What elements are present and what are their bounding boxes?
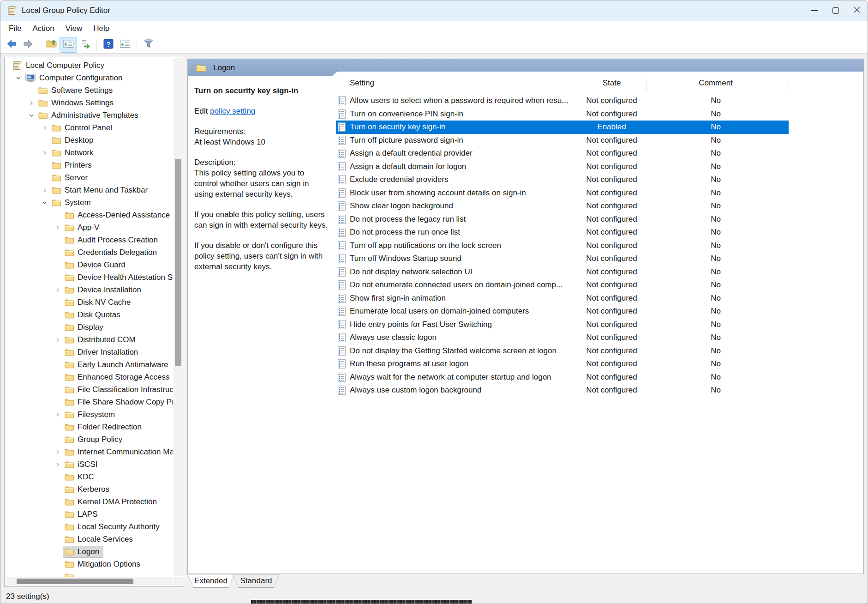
chevron-down-icon[interactable] (26, 113, 37, 118)
chevron-right-icon[interactable] (39, 188, 50, 193)
close-button[interactable] (846, 0, 868, 21)
setting-row-run-these-programs-at-user-logon[interactable]: Run these programs at user logonNot conf… (336, 357, 789, 371)
column-header-setting[interactable]: Setting (336, 79, 577, 88)
tree-item-server[interactable]: Server (5, 171, 173, 184)
tree-vertical-scrollbar-thumb[interactable] (175, 159, 181, 366)
tree-item-filesystem[interactable]: Filesystem (5, 408, 173, 421)
tree-item-printers[interactable]: Printers (5, 159, 173, 171)
tree-horizontal-scrollbar-thumb[interactable] (17, 579, 133, 584)
export-list-button[interactable] (77, 37, 93, 52)
tree-item-device-guard[interactable]: Device Guard (5, 259, 173, 271)
setting-row-hide-entry-points-for-fast-user-switchin[interactable]: Hide entry points for Fast User Switchin… (336, 318, 789, 332)
maximize-button[interactable] (825, 0, 846, 21)
chevron-right-icon[interactable] (39, 151, 50, 155)
tree-item-logon[interactable]: Logon (5, 545, 173, 558)
tree-item-windows-settings[interactable]: Windows Settings (5, 97, 173, 109)
tree-item-desktop[interactable]: Desktop (5, 134, 173, 146)
setting-row-always-use-classic-logon[interactable]: Always use classic logonNot configuredNo (336, 331, 789, 344)
tree-item-early-launch-antimalware[interactable]: Early Launch Antimalware (5, 358, 173, 371)
console-tree-button[interactable] (60, 37, 77, 52)
column-header-comment[interactable]: Comment (647, 79, 785, 88)
tree-item-network[interactable]: Network (5, 146, 173, 159)
tree-item-folder-redirection[interactable]: Folder Redirection (5, 421, 173, 433)
tree-item-mitigation-options[interactable]: Mitigation Options (5, 558, 173, 570)
tree-item-kdc[interactable]: KDC (5, 471, 173, 483)
show-window-button[interactable] (117, 37, 133, 52)
tree-item-file-classification-infrastruct[interactable]: File Classification Infrastruct (5, 383, 173, 396)
tree-item-group-policy[interactable]: Group Policy (5, 433, 173, 446)
setting-row-exclude-credential-providers[interactable]: Exclude credential providersNot configur… (336, 173, 789, 187)
setting-row-do-not-process-the-run-once-list[interactable]: Do not process the run once listNot conf… (336, 226, 789, 239)
menu-view[interactable]: View (60, 21, 88, 36)
setting-row-do-not-display-network-selection-ui[interactable]: Do not display network selection UINot c… (336, 266, 789, 279)
tree-item-access-denied-assistance[interactable]: Access-Denied Assistance (5, 209, 173, 221)
setting-row-turn-on-convenience-pin-sign-in[interactable]: Turn on convenience PIN sign-inNot confi… (336, 108, 789, 121)
tree-item-internet-communication-ma[interactable]: Internet Communication Ma (5, 446, 173, 458)
tree-item-distributed-com[interactable]: Distributed COM (5, 333, 173, 346)
setting-row-enumerate-local-users-on-domain-joined-c[interactable]: Enumerate local users on domain-joined c… (336, 305, 789, 318)
tree-item-locale-services[interactable]: Locale Services (5, 533, 173, 545)
tab-extended[interactable]: Extended (187, 574, 234, 588)
tree-item-driver-installation[interactable]: Driver Installation (5, 346, 173, 358)
tree-horizontal-scrollbar[interactable] (6, 577, 173, 586)
tree-item-administrative-templates[interactable]: Administrative Templates (5, 109, 173, 121)
menu-file[interactable]: File (3, 21, 27, 36)
tree-item-control-panel[interactable]: Control Panel (5, 121, 173, 134)
setting-row-turn-off-app-notifications-on-the-lock-s[interactable]: Turn off app notifications on the lock s… (336, 239, 789, 253)
help-button[interactable]: ? (100, 37, 117, 52)
tree-item-enhanced-storage-access[interactable]: Enhanced Storage Access (5, 371, 173, 383)
tree-item-device-installation[interactable]: Device Installation (5, 284, 173, 296)
setting-row-allow-users-to-select-when-a-password-is[interactable]: Allow users to select when a password is… (336, 94, 789, 108)
tree-item-display[interactable]: Display (5, 321, 173, 333)
chevron-right-icon[interactable] (39, 126, 50, 130)
chevron-right-icon[interactable] (52, 225, 63, 230)
tree-item-device-health-attestation-se[interactable]: Device Health Attestation Se (5, 271, 173, 284)
forward-button[interactable] (20, 37, 36, 52)
tree-item-app-v[interactable]: App-V (5, 221, 173, 234)
setting-row-do-not-enumerate-connected-users-on-doma[interactable]: Do not enumerate connected users on doma… (336, 278, 789, 292)
column-divider[interactable] (577, 79, 577, 92)
chevron-down-icon[interactable] (13, 76, 24, 80)
minimize-button[interactable] (804, 0, 825, 21)
menu-action[interactable]: Action (27, 21, 60, 36)
setting-row-show-first-sign-in-animation[interactable]: Show first sign-in animationNot configur… (336, 292, 789, 305)
tree-item-disk-quotas[interactable]: Disk Quotas (5, 308, 173, 321)
chevron-right-icon[interactable] (52, 288, 63, 292)
tab-standard[interactable]: Standard (233, 574, 280, 588)
tree-item-software-settings[interactable]: Software Settings (5, 84, 173, 97)
filter-button[interactable] (140, 37, 157, 52)
column-divider[interactable] (647, 79, 647, 92)
chevron-down-icon[interactable] (39, 200, 50, 205)
setting-row-assign-a-default-domain-for-logon[interactable]: Assign a default domain for logonNot con… (336, 160, 789, 174)
back-button[interactable] (3, 37, 20, 52)
chevron-right-icon[interactable] (52, 412, 63, 417)
tree-item-local-security-authority[interactable]: Local Security Authority (5, 520, 173, 533)
setting-row-turn-off-windows-startup-sound[interactable]: Turn off Windows Startup soundNot config… (336, 252, 789, 266)
setting-row-always-wait-for-the-network-at-computer-[interactable]: Always wait for the network at computer … (336, 371, 789, 384)
setting-row-assign-a-default-credential-provider[interactable]: Assign a default credential providerNot … (336, 147, 789, 160)
tree-item-iscsi[interactable]: iSCSI (5, 458, 173, 471)
column-divider[interactable] (789, 79, 789, 92)
chevron-right-icon[interactable] (52, 462, 63, 467)
setting-row-always-use-custom-logon-background[interactable]: Always use custom logon backgroundNot co… (336, 384, 789, 397)
tree-item-disk-nv-cache[interactable]: Disk NV Cache (5, 296, 173, 308)
tree-item-item[interactable] (5, 570, 173, 577)
menu-help[interactable]: Help (88, 21, 115, 36)
tree-item-credentials-delegation[interactable]: Credentials Delegation (5, 246, 173, 259)
column-header-state[interactable]: State (577, 79, 647, 88)
chevron-right-icon[interactable] (26, 101, 37, 105)
setting-row-block-user-from-showing-account-details-[interactable]: Block user from showing account details … (336, 187, 789, 200)
tree-item-file-share-shadow-copy-pro[interactable]: File Share Shadow Copy Pro (5, 396, 173, 408)
setting-row-turn-on-security-key-sign-in[interactable]: Turn on security key sign-inEnabledNo (336, 121, 789, 134)
tree-item-start-menu-and-taskbar[interactable]: Start Menu and Taskbar (5, 184, 173, 196)
setting-row-show-clear-logon-background[interactable]: Show clear logon backgroundNot configure… (336, 199, 789, 213)
tree-item-system[interactable]: System (5, 196, 173, 209)
setting-row-do-not-process-the-legacy-run-list[interactable]: Do not process the legacy run listNot co… (336, 213, 789, 226)
tree-item-local-computer-policy[interactable]: Local Computer Policy (5, 59, 173, 72)
tree-item-kerberos[interactable]: Kerberos (5, 483, 173, 495)
folder-up-button[interactable] (43, 37, 60, 52)
policy-setting-link[interactable]: policy setting (210, 107, 255, 115)
chevron-right-icon[interactable] (52, 338, 63, 342)
setting-row-do-not-display-the-getting-started-welco[interactable]: Do not display the Getting Started welco… (336, 344, 789, 358)
tree-item-audit-process-creation[interactable]: Audit Process Creation (5, 234, 173, 246)
